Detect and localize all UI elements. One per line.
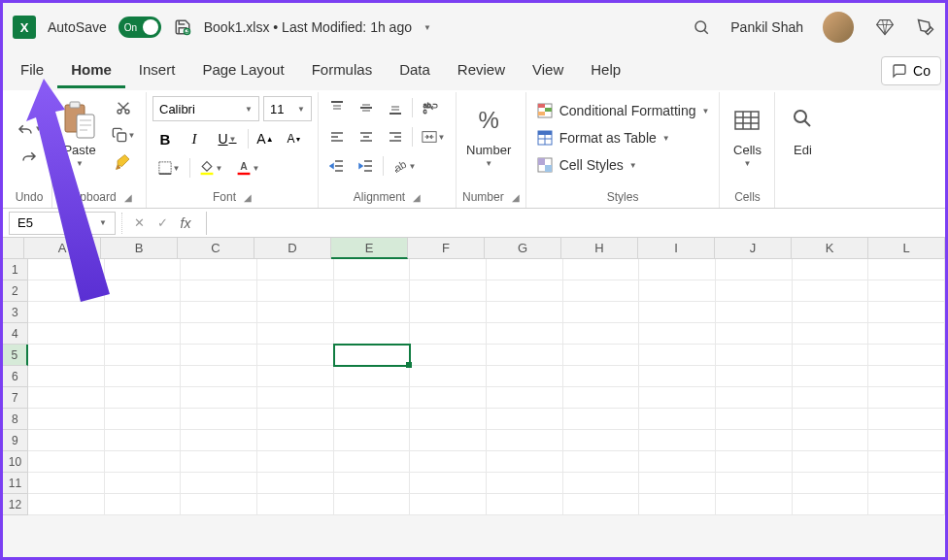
tab-page-layout[interactable]: Page Layout [188,53,297,88]
cell[interactable] [410,494,487,515]
cell[interactable] [868,451,945,473]
avatar[interactable] [823,12,854,43]
cell[interactable] [28,366,105,387]
cell[interactable] [793,259,869,280]
row-header[interactable]: 12 [3,494,28,515]
cell[interactable] [716,409,793,430]
cell[interactable] [257,345,334,366]
row-header[interactable]: 7 [3,387,28,409]
cell[interactable] [105,259,182,280]
cell[interactable] [257,387,334,409]
redo-button[interactable] [17,145,42,168]
cell[interactable] [716,430,793,451]
cell-styles-button[interactable]: Cell Styles ▼ [532,154,641,176]
cell[interactable] [716,323,793,345]
column-header[interactable]: H [561,238,638,259]
column-header[interactable]: K [792,238,868,259]
cell[interactable] [181,494,257,515]
cell[interactable] [28,387,105,409]
italic-button[interactable]: I [182,127,207,150]
cell[interactable] [410,451,487,473]
cell[interactable] [181,387,257,409]
cell[interactable] [105,473,182,494]
cell[interactable] [28,302,105,323]
cell[interactable] [410,259,487,280]
column-header[interactable]: A [24,238,101,259]
cell[interactable] [793,430,869,451]
cell[interactable] [563,451,640,473]
font-launcher-icon[interactable]: ◢ [244,192,252,203]
cell[interactable] [334,345,411,366]
number-launcher-icon[interactable]: ◢ [512,192,520,203]
cell[interactable] [793,280,869,302]
column-header[interactable]: I [638,238,715,259]
clipboard-launcher-icon[interactable]: ◢ [124,192,132,203]
cell[interactable] [28,451,105,473]
decrease-font-button[interactable]: A▼ [282,127,307,150]
cell[interactable] [334,451,411,473]
cell[interactable] [334,302,411,323]
cell[interactable] [410,302,487,323]
cell[interactable] [868,473,945,494]
cell[interactable] [487,302,563,323]
row-header[interactable]: 1 [3,259,28,280]
title-dropdown-icon[interactable]: ▼ [423,23,431,32]
cell[interactable] [28,323,105,345]
cell[interactable] [334,387,411,409]
cut-button[interactable] [111,96,136,119]
cell[interactable] [563,280,640,302]
comments-button[interactable]: Co [881,56,941,85]
undo-button[interactable]: ▼ [13,117,46,141]
cell[interactable] [793,494,869,515]
merge-center-button[interactable]: ▼ [417,125,450,148]
row-header[interactable]: 10 [3,451,28,473]
format-as-table-button[interactable]: Format as Table ▼ [532,127,674,148]
cell[interactable] [716,345,793,366]
column-header[interactable]: C [178,238,254,259]
cell[interactable] [410,430,487,451]
cell[interactable] [105,366,182,387]
tab-data[interactable]: Data [386,53,444,88]
column-header[interactable]: G [485,238,561,259]
cell[interactable] [105,280,182,302]
cell[interactable] [793,323,869,345]
number-format-button[interactable]: % Number ▼ [462,96,515,172]
fx-button[interactable]: fx [175,213,196,234]
cell[interactable] [257,409,334,430]
cell[interactable] [563,302,640,323]
cell[interactable] [410,473,487,494]
cell[interactable] [334,259,411,280]
underline-button[interactable]: U▼ [211,127,244,150]
copy-button[interactable]: ▼ [107,123,140,147]
tab-home[interactable]: Home [57,53,125,88]
cell[interactable] [257,323,334,345]
editing-button[interactable]: Edi [781,96,824,161]
cell[interactable] [257,280,334,302]
align-bottom-button[interactable] [383,96,408,119]
cell[interactable] [410,345,487,366]
cell[interactable] [28,430,105,451]
cell[interactable] [28,494,105,515]
increase-indent-button[interactable] [354,154,379,178]
cell[interactable] [105,387,182,409]
cell[interactable] [639,366,716,387]
cell[interactable] [716,259,793,280]
cell[interactable] [105,494,182,515]
cell[interactable] [639,430,716,451]
cell[interactable] [334,280,411,302]
cell[interactable] [410,323,487,345]
cell[interactable] [716,451,793,473]
cell[interactable] [868,430,945,451]
cell[interactable] [105,323,182,345]
cell[interactable] [639,473,716,494]
cell[interactable] [181,451,257,473]
cell[interactable] [563,259,640,280]
cell[interactable] [105,451,182,473]
cell[interactable] [563,494,640,515]
cell[interactable] [181,259,257,280]
cell[interactable] [716,473,793,494]
cell[interactable] [28,473,105,494]
cell[interactable] [716,302,793,323]
borders-button[interactable]: ▼ [152,156,186,180]
cell[interactable] [257,366,334,387]
